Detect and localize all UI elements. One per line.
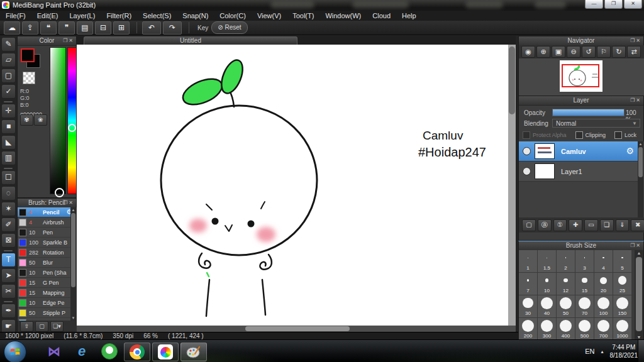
close-icon[interactable]: ✕ (636, 38, 641, 43)
popout-icon[interactable]: ❐ (630, 243, 636, 248)
transparent-color-swatch[interactable] (23, 72, 35, 84)
lasso-tool[interactable]: ◌ (1, 186, 16, 200)
taskbar-chrome[interactable] (124, 343, 150, 361)
brush-size-item[interactable]: 400 (557, 318, 575, 340)
layer-row[interactable]: Layer1 ⚙ (519, 162, 639, 182)
sv-picker-handle[interactable] (55, 188, 64, 197)
brush-size-item[interactable]: 50 (557, 295, 575, 318)
polyline-tool[interactable]: ✓ (1, 84, 16, 99)
layer-visibility-toggle[interactable] (523, 147, 531, 155)
tray-expand-icon[interactable]: ▴ (601, 349, 603, 354)
divide-tool[interactable]: ✂ (1, 284, 16, 299)
navigator-preview-area[interactable] (519, 58, 644, 96)
opacity-slider[interactable] (552, 109, 625, 116)
brush-item[interactable]: 100 Sparkle B ⚙ (18, 238, 73, 248)
select-tool[interactable]: ☐ (1, 170, 16, 185)
brush-size-item[interactable]: 1000 (613, 318, 632, 340)
flip-icon[interactable]: ⇄ (627, 46, 641, 58)
document-icon[interactable]: ▤ (77, 21, 93, 35)
select-eraser-tool[interactable]: ⊠ (1, 233, 16, 248)
brush-size-item[interactable]: 20 (594, 273, 613, 295)
layer-visibility-toggle[interactable] (523, 167, 531, 175)
layer-option-checkbox[interactable]: Lock (614, 131, 636, 139)
layer-row[interactable]: Camluv ⚙ (519, 141, 639, 162)
undo-button[interactable]: ↶ (142, 21, 161, 35)
canvas-vertical-scrollbar[interactable] (508, 45, 516, 326)
menu-window[interactable]: Window(W) (319, 11, 367, 21)
magic-wand-tool[interactable]: ✶ (1, 202, 16, 216)
brush-size-item[interactable]: 150 (613, 295, 632, 318)
select-pen-tool[interactable]: ✐ (1, 217, 16, 232)
close-button[interactable]: ✕ (624, 0, 642, 9)
taskbar-coccoc[interactable] (97, 343, 122, 360)
scrollbar-thumb[interactable] (245, 326, 350, 331)
brush-size-item[interactable]: 25 (613, 273, 632, 295)
brush-size-item[interactable]: 300 (538, 318, 557, 340)
operation-tool[interactable]: ➤ (1, 268, 16, 283)
brush-list-scrollbar[interactable]: ▲▼ (70, 207, 76, 321)
foreground-color-swatch[interactable] (21, 48, 35, 62)
fill-tool[interactable]: ■ (1, 119, 16, 134)
brush-size-item[interactable]: 200 (519, 318, 538, 340)
rotate-right-icon[interactable]: ↻ (612, 46, 626, 58)
checkbox-icon[interactable] (523, 131, 530, 139)
brush-item[interactable]: 15 Mapping ⚙ (18, 288, 73, 298)
fit-window-icon[interactable]: ▣ (552, 46, 565, 58)
brush-tool[interactable]: ✎ (1, 37, 16, 52)
brush-size-item[interactable]: 40 (538, 295, 557, 318)
scrollbar-thumb[interactable] (509, 47, 515, 114)
hue-slider-handle[interactable] (68, 124, 76, 132)
brush-size-item[interactable]: 12 (557, 273, 575, 295)
move-tool[interactable]: ✛ (1, 104, 16, 118)
brush-item[interactable]: 15 G Pen ⚙ (18, 278, 73, 288)
duplicate-layer-icon[interactable]: ❏ (600, 219, 614, 231)
close-icon[interactable]: ✕ (636, 97, 641, 103)
brush-size-item[interactable]: 15 (575, 273, 594, 295)
hue-slider[interactable] (67, 47, 77, 194)
language-indicator[interactable]: EN (585, 348, 594, 355)
taskbar-internet-explorer[interactable]: e (69, 343, 94, 360)
bucket-tool[interactable]: ◣ (1, 135, 16, 150)
menu-view[interactable]: View(V) (252, 11, 287, 21)
upload-brush-icon[interactable]: ⇧ (20, 321, 33, 332)
add-layer-menu-icon[interactable]: ✚ (569, 219, 582, 231)
popout-icon[interactable]: ❐ (630, 97, 636, 103)
add-1bit-layer-icon[interactable]: ① (553, 219, 567, 231)
palette-edit-icon[interactable]: ❀ (34, 114, 47, 126)
delete-layer-icon[interactable]: ✖ (631, 219, 644, 231)
add-brush-menu-icon[interactable]: ❏▾ (50, 321, 64, 332)
menu-select[interactable]: Select(S) (137, 11, 177, 21)
saturation-value-picker[interactable] (50, 47, 66, 194)
taskbar-clock[interactable]: 7:44 PM 8/18/2021 (610, 343, 638, 359)
blending-dropdown[interactable]: Normal ▼ (552, 119, 640, 128)
menu-layer[interactable]: Layer(L) (64, 11, 101, 21)
popout-icon[interactable]: ❐ (630, 38, 636, 43)
palette-icon[interactable]: ✾ (20, 114, 33, 126)
menu-help[interactable]: Help (396, 11, 422, 21)
popout-icon[interactable]: ❐ (63, 200, 69, 206)
brush-size-item[interactable]: 100 (594, 295, 613, 318)
brush-size-item[interactable]: 1.5 (538, 250, 557, 273)
eraser-tool[interactable]: ▱ (1, 53, 16, 67)
canvas[interactable]: Camluv #Hoidap247 (77, 45, 508, 326)
brush-item[interactable]: 10 Pen ⚙ (18, 228, 73, 238)
brush-size-scrollbar[interactable]: ▲▼ (635, 250, 643, 340)
layer-folder-icon[interactable]: ▭ (584, 219, 598, 231)
text-tool[interactable]: T (1, 253, 16, 267)
gradient-tool[interactable]: ▥ (1, 151, 16, 165)
brush-size-item[interactable]: 5 (613, 250, 632, 273)
taskbar-medibang[interactable] (152, 343, 179, 361)
add-8bit-layer-icon[interactable]: ⓐ (538, 219, 552, 231)
layer-option-checkbox[interactable]: Clipping (575, 131, 606, 139)
redo-button[interactable]: ↷ (163, 21, 182, 35)
brush-item[interactable]: 10 Pen (Sha ⚙ (18, 268, 73, 278)
layer-list-scrollbar[interactable]: ▲ (638, 141, 643, 217)
brush-size-item[interactable]: 4 (594, 250, 613, 273)
taskbar-kmplayer[interactable]: ⋈ (42, 343, 67, 360)
brush-size-item[interactable]: 30 (519, 295, 538, 318)
chat-icon[interactable]: ❞ (58, 21, 75, 35)
layer-settings-icon[interactable]: ⚙ (626, 146, 634, 156)
brush-size-item[interactable]: 1 (519, 250, 538, 273)
reset-rotation-icon[interactable]: ⚐ (597, 46, 611, 58)
reset-button[interactable]: ⊘ Reset (211, 21, 247, 34)
